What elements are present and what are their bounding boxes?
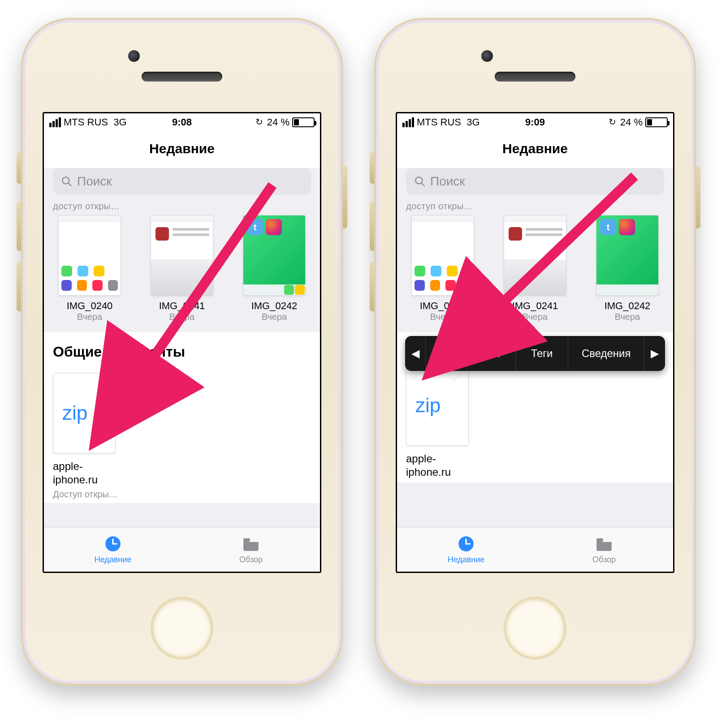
tab-label: Недавние: [95, 555, 132, 564]
file-subtitle: Доступ откры…: [53, 489, 129, 500]
file-name: IMG_0241: [147, 300, 217, 312]
status-bar: MTS RUS 3G 9:09 24 %: [397, 113, 673, 131]
file-ext: zip: [415, 394, 441, 417]
page-title: Недавние: [397, 131, 673, 164]
page-title: Недавние: [44, 131, 320, 164]
folder-icon: [595, 534, 613, 553]
file-thumb[interactable]: t IMG_0242 Вчера: [239, 215, 309, 322]
file-name: IMG_0242: [239, 300, 309, 312]
mute-switch: [370, 152, 374, 184]
volume-up: [370, 202, 374, 251]
power-button: [696, 166, 700, 228]
screen: MTS RUS 3G 9:08 24 % Недавние Поиск дост…: [43, 112, 321, 573]
tab-browse[interactable]: Обзор: [182, 527, 320, 572]
tab-recent[interactable]: Недавние: [397, 527, 535, 572]
earpiece-speaker: [495, 72, 575, 82]
popover-share[interactable]: Поделиться: [426, 336, 516, 371]
twitter-icon: t: [247, 219, 263, 235]
search-placeholder: Поиск: [77, 174, 112, 189]
section-title: Общие документы: [53, 344, 311, 360]
file-date: Вчера: [408, 312, 478, 322]
search-icon: [61, 176, 73, 187]
file-date: Вчера: [592, 312, 662, 322]
svg-line-1: [68, 183, 71, 186]
search-input[interactable]: Поиск: [406, 168, 664, 195]
search-icon: [414, 176, 426, 187]
twitter-icon: t: [600, 219, 616, 235]
battery-icon: [292, 117, 315, 127]
tab-recent[interactable]: Недавние: [44, 527, 182, 572]
file-date: Вчера: [239, 312, 309, 322]
volume-up: [17, 202, 21, 251]
instagram-icon: [266, 219, 282, 235]
rotation-lock-icon: [255, 117, 265, 127]
folder-icon: [242, 534, 260, 553]
section-label: доступ откры…: [44, 201, 320, 215]
rotation-lock-icon: [609, 117, 618, 127]
file-thumb[interactable]: IMG_0240 Вчера: [408, 215, 478, 322]
file-name: apple- iphone.ru: [53, 460, 129, 487]
file-date: Вчера: [55, 312, 125, 322]
clock: 9:09: [397, 116, 673, 128]
file-date: Вчера: [147, 312, 217, 322]
popover-prev[interactable]: ◀: [405, 336, 426, 371]
home-button[interactable]: [151, 597, 213, 659]
search-placeholder: Поиск: [430, 174, 465, 189]
clock-icon: [104, 534, 122, 553]
file-name: IMG_0240: [55, 300, 125, 312]
iphone-left: MTS RUS 3G 9:08 24 % Недавние Поиск дост…: [21, 18, 343, 685]
search-input[interactable]: Поиск: [53, 168, 311, 195]
popover-next[interactable]: ▶: [644, 336, 665, 371]
file-thumb[interactable]: t IMG_0242 Вчера: [592, 215, 662, 322]
tab-label: Недавние: [448, 555, 485, 564]
status-bar: MTS RUS 3G 9:08 24 %: [44, 113, 320, 131]
file-ext: zip: [62, 402, 87, 424]
tab-browse[interactable]: Обзор: [535, 527, 673, 572]
power-button: [343, 166, 347, 228]
iphone-right: MTS RUS 3G 9:09 24 % Недавние Поиск дост…: [374, 18, 696, 685]
tab-bar: Недавние Обзор: [44, 527, 320, 572]
instagram-icon: [619, 219, 635, 235]
battery-icon: [645, 117, 668, 127]
file-thumb[interactable]: IMG_0241 Вчера: [147, 215, 217, 322]
volume-down: [370, 262, 374, 311]
popover-info[interactable]: Сведения: [568, 336, 644, 371]
clock: 9:08: [44, 116, 320, 128]
svg-rect-3: [243, 538, 250, 541]
front-camera: [128, 50, 140, 62]
zip-file-icon[interactable]: zip: [53, 373, 116, 453]
svg-line-6: [421, 183, 424, 186]
file-name: IMG_0240: [408, 300, 478, 312]
file-thumb[interactable]: IMG_0241 Вчера: [500, 215, 570, 322]
popover-tags[interactable]: Теги: [516, 336, 569, 371]
file-name: IMG_0242: [592, 300, 662, 312]
file-date: Вчера: [500, 312, 570, 322]
earpiece-speaker: [142, 72, 222, 82]
tab-label: Обзор: [239, 555, 263, 564]
tab-bar: Недавние Обзор: [397, 527, 673, 572]
svg-rect-8: [596, 538, 603, 541]
screen: MTS RUS 3G 9:09 24 % Недавние Поиск дост…: [396, 112, 674, 573]
clock-icon: [457, 534, 475, 553]
section-label: доступ откры…: [397, 201, 673, 215]
home-button[interactable]: [504, 597, 566, 659]
volume-down: [17, 262, 21, 311]
file-name: apple- iphone.ru: [406, 452, 482, 479]
mute-switch: [17, 152, 21, 184]
front-camera: [481, 50, 493, 62]
zip-file-icon[interactable]: zip: [406, 365, 469, 446]
tab-label: Обзор: [592, 555, 616, 564]
file-name: IMG_0241: [500, 300, 570, 312]
context-menu: ◀ Поделиться Теги Сведения ▶: [405, 336, 665, 371]
file-thumb[interactable]: IMG_0240 Вчера: [55, 215, 125, 322]
